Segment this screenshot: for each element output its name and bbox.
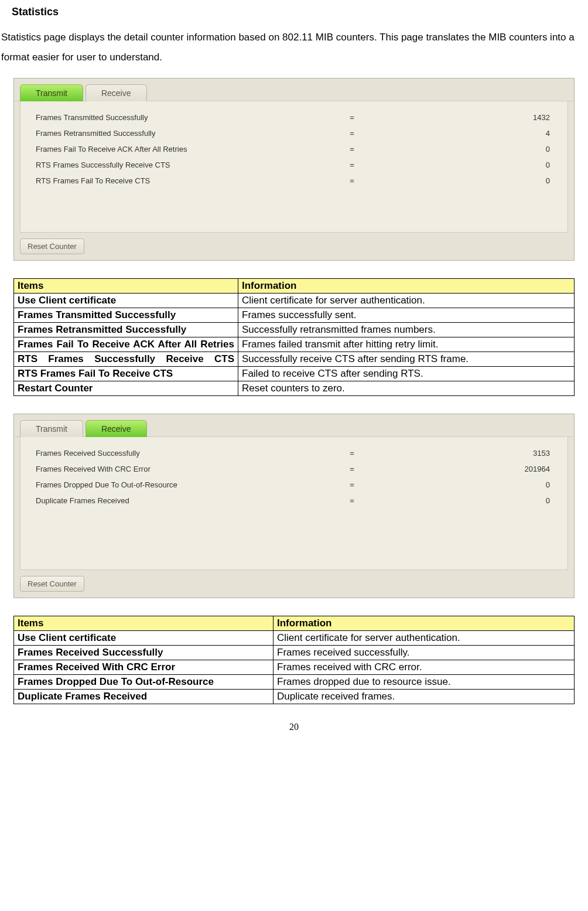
table-row: Frames Fail To Receive ACK After All Ret…	[14, 337, 575, 352]
stat-row: RTS Frames Successfully Receive CTS = 0	[20, 157, 568, 173]
equals-sign: =	[340, 145, 364, 153]
stat-row: Frames Retransmitted Successfully = 4	[20, 125, 568, 141]
stat-value: 0	[364, 176, 568, 185]
panel-bottom: Reset Counter	[14, 570, 574, 598]
item-cell: Use Client certificate	[14, 631, 274, 646]
receive-stats-panel: Transmit Receive Frames Received Success…	[13, 414, 575, 598]
stat-value: 0	[364, 145, 568, 153]
stat-label: RTS Frames Successfully Receive CTS	[36, 161, 340, 169]
stat-label: Frames Retransmitted Successfully	[36, 129, 340, 138]
info-cell: Duplicate received frames.	[274, 690, 575, 704]
stat-row: RTS Frames Fail To Receive CTS = 0	[20, 173, 568, 189]
section-title: Statistics	[12, 6, 588, 18]
equals-sign: =	[340, 113, 364, 122]
tab-receive[interactable]: Receive	[86, 84, 147, 101]
stat-value: 4	[364, 129, 568, 138]
stat-value: 201964	[364, 465, 568, 473]
stat-label: Frames Dropped Due To Out-of-Resource	[36, 480, 340, 489]
info-cell: Frames failed transmit after hitting ret…	[238, 337, 575, 352]
equals-sign: =	[340, 176, 364, 185]
info-cell: Client certificate for server authentica…	[274, 631, 575, 646]
header-information: Information	[274, 616, 575, 631]
info-cell: Client certificate for server authentica…	[238, 294, 575, 308]
table-row: Restart Counter Reset counters to zero.	[14, 381, 575, 396]
table-row: Duplicate Frames Received Duplicate rece…	[14, 690, 575, 704]
stat-row: Frames Dropped Due To Out-of-Resource = …	[20, 477, 568, 493]
reset-counter-button[interactable]: Reset Counter	[20, 238, 84, 254]
tab-transmit[interactable]: Transmit	[20, 420, 83, 437]
info-cell: Frames received successfully.	[274, 646, 575, 660]
item-cell: Duplicate Frames Received	[14, 690, 274, 704]
table-row: Use Client certificate Client certificat…	[14, 294, 575, 308]
info-cell: Reset counters to zero.	[238, 381, 575, 396]
stat-row: Duplicate Frames Received = 0	[20, 493, 568, 509]
item-cell: Frames Received Successfully	[14, 646, 274, 660]
table-row: Frames Received With CRC Error Frames re…	[14, 660, 575, 675]
tab-bar: Transmit Receive	[14, 414, 574, 437]
item-cell: Use Client certificate	[14, 294, 238, 308]
stat-row: Frames Transmitted Successfully = 1432	[20, 110, 568, 125]
stats-area: Frames Received Successfully = 3153 Fram…	[20, 437, 568, 570]
stat-row: Frames Received Successfully = 3153	[20, 445, 568, 461]
header-items: Items	[14, 616, 274, 631]
reset-counter-button[interactable]: Reset Counter	[20, 576, 84, 592]
equals-sign: =	[340, 465, 364, 473]
stats-area: Frames Transmitted Successfully = 1432 F…	[20, 101, 568, 233]
equals-sign: =	[340, 496, 364, 505]
header-information: Information	[238, 279, 575, 294]
stat-value: 3153	[364, 449, 568, 458]
equals-sign: =	[340, 161, 364, 169]
table-row: RTS Frames Fail To Receive CTS Failed to…	[14, 367, 575, 381]
stat-value: 0	[364, 496, 568, 505]
table-row: Frames Transmitted Successfully Frames s…	[14, 308, 575, 323]
info-cell: Failed to receive CTS after sending RTS.	[238, 367, 575, 381]
equals-sign: =	[340, 449, 364, 458]
stat-row: Frames Received With CRC Error = 201964	[20, 461, 568, 477]
equals-sign: =	[340, 129, 364, 138]
item-cell: RTS Frames Successfully Receive CTS	[14, 352, 238, 367]
stat-label: Duplicate Frames Received	[36, 496, 340, 505]
info-cell: Successfully receive CTS after sending R…	[238, 352, 575, 367]
info-cell: Frames dropped due to resource issue.	[274, 675, 575, 690]
table-row: Use Client certificate Client certificat…	[14, 631, 575, 646]
stat-label: Frames Fail To Receive ACK After All Ret…	[36, 145, 340, 153]
stat-label: RTS Frames Fail To Receive CTS	[36, 176, 340, 185]
item-cell: RTS Frames Fail To Receive CTS	[14, 367, 238, 381]
info-cell: Frames received with CRC error.	[274, 660, 575, 675]
panel-bottom: Reset Counter	[14, 233, 574, 260]
item-cell: Frames Fail To Receive ACK After All Ret…	[14, 337, 238, 352]
stat-label: Frames Transmitted Successfully	[36, 113, 340, 122]
table-row: Frames Dropped Due To Out-of-Resource Fr…	[14, 675, 575, 690]
info-cell: Successfully retransmitted frames number…	[238, 323, 575, 337]
transmit-stats-panel: Transmit Receive Frames Transmitted Succ…	[13, 78, 575, 261]
table-row: RTS Frames Successfully Receive CTS Succ…	[14, 352, 575, 367]
transmit-description-table: Items Information Use Client certificate…	[13, 278, 575, 396]
equals-sign: =	[340, 480, 364, 489]
page-number: 20	[0, 722, 588, 732]
tab-transmit[interactable]: Transmit	[20, 84, 83, 101]
item-cell: Frames Transmitted Successfully	[14, 308, 238, 323]
table-row: Frames Retransmitted Successfully Succes…	[14, 323, 575, 337]
tab-bar: Transmit Receive	[14, 79, 574, 101]
item-cell: Restart Counter	[14, 381, 238, 396]
tab-receive[interactable]: Receive	[86, 420, 147, 437]
stat-label: Frames Received Successfully	[36, 449, 340, 458]
stat-row: Frames Fail To Receive ACK After All Ret…	[20, 141, 568, 157]
stat-value: 0	[364, 480, 568, 489]
intro-text: Statistics page displays the detail coun…	[1, 28, 587, 67]
stat-label: Frames Received With CRC Error	[36, 465, 340, 473]
stat-value: 0	[364, 161, 568, 169]
item-cell: Frames Dropped Due To Out-of-Resource	[14, 675, 274, 690]
item-cell: Frames Retransmitted Successfully	[14, 323, 238, 337]
item-cell: Frames Received With CRC Error	[14, 660, 274, 675]
info-cell: Frames successfully sent.	[238, 308, 575, 323]
receive-description-table: Items Information Use Client certificate…	[13, 616, 575, 704]
stat-value: 1432	[364, 113, 568, 122]
header-items: Items	[14, 279, 238, 294]
table-row: Frames Received Successfully Frames rece…	[14, 646, 575, 660]
